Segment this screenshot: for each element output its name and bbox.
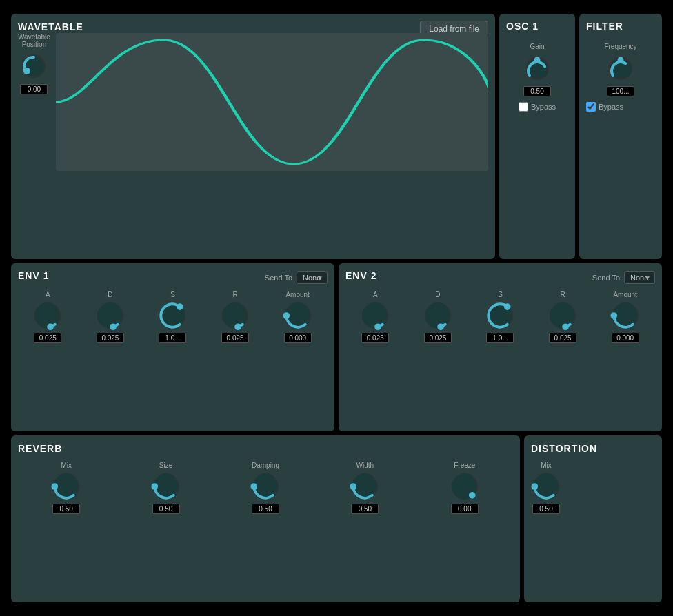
env2-title: ENV 2 bbox=[345, 270, 376, 281]
env2-value-3[interactable]: 0.025 bbox=[549, 333, 576, 343]
distortion-knob-0[interactable] bbox=[531, 471, 561, 502]
reverb-label-1: Size bbox=[159, 462, 172, 469]
filter-title: FILTER bbox=[586, 21, 655, 32]
reverb-value-2[interactable]: 0.50 bbox=[252, 504, 279, 514]
reverb-label-2: Damping bbox=[252, 462, 279, 469]
waveform-svg bbox=[56, 33, 488, 171]
env1-value-2[interactable]: 1.0... bbox=[159, 333, 186, 343]
osc1-bypass-label: Bypass bbox=[531, 103, 556, 111]
env1-knob-2[interactable] bbox=[157, 300, 188, 331]
filter-bypass-row: Bypass bbox=[586, 102, 623, 112]
svg-point-28 bbox=[52, 483, 59, 490]
filter-content: Frequency 100... Bypass bbox=[586, 43, 655, 112]
svg-point-38 bbox=[531, 483, 538, 490]
filter-bypass-checkbox[interactable] bbox=[586, 102, 596, 112]
filter-freq-knob[interactable] bbox=[605, 53, 636, 83]
env2-label-2: S bbox=[498, 291, 503, 298]
svg-point-6 bbox=[618, 57, 624, 63]
env1-send-dropdown[interactable]: None bbox=[297, 271, 328, 284]
svg-point-10 bbox=[110, 323, 117, 330]
env1-value-4[interactable]: 0.000 bbox=[284, 333, 312, 343]
env2-knob-group-4: Amount 0.000 bbox=[610, 291, 641, 343]
reverb-knob-group-2: Damping 0.50 bbox=[250, 462, 281, 514]
env2-send-label: Send To bbox=[592, 274, 620, 282]
env1-knob-3[interactable] bbox=[220, 300, 250, 331]
waveform-display bbox=[56, 33, 488, 171]
reverb-knob-1[interactable] bbox=[151, 471, 181, 502]
svg-point-34 bbox=[350, 483, 357, 490]
filter-bypass-label: Bypass bbox=[599, 103, 623, 111]
osc1-bypass-checkbox[interactable] bbox=[519, 102, 528, 112]
svg-point-36 bbox=[469, 492, 476, 499]
filter-freq-label: Frequency bbox=[604, 43, 636, 50]
wavetable-title: WAVETABLE bbox=[18, 21, 83, 32]
reverb-value-3[interactable]: 0.50 bbox=[351, 504, 379, 514]
reverb-value-1[interactable]: 0.50 bbox=[152, 504, 180, 514]
env2-label-0: A bbox=[373, 291, 378, 298]
reverb-label-4: Freeze bbox=[454, 462, 475, 469]
svg-point-32 bbox=[250, 483, 257, 490]
env1-title: ENV 1 bbox=[18, 270, 49, 281]
svg-point-30 bbox=[151, 483, 158, 490]
reverb-value-0[interactable]: 0.50 bbox=[52, 504, 80, 514]
reverb-knob-group-0: Mix 0.50 bbox=[51, 462, 81, 514]
env2-dropdown-wrapper: None ▼ bbox=[624, 271, 655, 284]
wavetable-position-knob[interactable] bbox=[19, 51, 49, 81]
env1-knob-0[interactable] bbox=[32, 300, 63, 331]
env1-label-4: Amount bbox=[285, 291, 309, 298]
env2-knobs: A 0.025D 0.025S 1.0...R 0.025Amount 0.00… bbox=[345, 291, 655, 343]
env2-knob-group-1: D 0.025 bbox=[423, 291, 453, 343]
svg-point-1 bbox=[23, 68, 30, 74]
reverb-knob-0[interactable] bbox=[51, 471, 81, 502]
env1-label-1: D bbox=[108, 291, 112, 298]
env1-label-0: A bbox=[46, 291, 50, 298]
env2-send-dropdown[interactable]: None bbox=[624, 271, 655, 284]
env2-label-3: R bbox=[560, 291, 565, 298]
wavetable-position-value[interactable]: 0.00 bbox=[20, 84, 48, 94]
env2-knob-group-0: A 0.025 bbox=[360, 291, 390, 343]
env2-knob-4[interactable] bbox=[610, 300, 641, 331]
env2-panel: ENV 2 Send To None ▼ A 0.025D 0.025S bbox=[339, 263, 662, 431]
reverb-knob-2[interactable] bbox=[250, 471, 281, 502]
osc1-gain-knob[interactable] bbox=[522, 53, 552, 83]
env2-knob-1[interactable] bbox=[423, 300, 453, 331]
svg-point-26 bbox=[610, 312, 617, 319]
osc1-bypass-row: Bypass bbox=[519, 102, 556, 112]
env1-knob-group-0: A 0.025 bbox=[32, 291, 63, 343]
env2-value-1[interactable]: 0.025 bbox=[424, 333, 452, 343]
env2-value-0[interactable]: 0.025 bbox=[361, 333, 389, 343]
reverb-knob-3[interactable] bbox=[350, 471, 380, 502]
distortion-label-0: Mix bbox=[541, 462, 552, 469]
reverb-knob-group-1: Size 0.50 bbox=[151, 462, 181, 514]
reverb-value-4[interactable]: 0.00 bbox=[451, 504, 479, 514]
svg-point-22 bbox=[504, 303, 511, 310]
env1-knob-group-2: S 1.0... bbox=[157, 291, 188, 343]
env1-knob-4[interactable] bbox=[283, 300, 313, 331]
filter-freq-value[interactable]: 100... bbox=[607, 86, 634, 96]
env2-value-4[interactable]: 0.000 bbox=[612, 333, 639, 343]
reverb-knob-4[interactable] bbox=[450, 471, 480, 502]
reverb-label-0: Mix bbox=[61, 462, 72, 469]
wavetable-panel: WAVETABLE Load from file Wavetable Posit… bbox=[11, 14, 495, 259]
env1-value-3[interactable]: 0.025 bbox=[221, 333, 249, 343]
osc1-panel: OSC 1 Gain 0.50 Bypass bbox=[499, 14, 575, 259]
env2-knob-2[interactable] bbox=[485, 300, 515, 331]
env1-value-0[interactable]: 0.025 bbox=[34, 333, 61, 343]
distortion-knobs: Mix 0.50 bbox=[531, 462, 655, 514]
svg-point-4 bbox=[534, 57, 540, 63]
env1-value-1[interactable]: 0.025 bbox=[97, 333, 124, 343]
osc1-gain-value[interactable]: 0.50 bbox=[523, 86, 551, 96]
env1-panel: ENV 1 Send To None ▼ A 0.025D 0.025S bbox=[11, 263, 334, 431]
env1-send-label: Send To bbox=[265, 274, 292, 282]
env1-header: ENV 1 Send To None ▼ bbox=[18, 270, 328, 285]
env2-value-2[interactable]: 1.0... bbox=[486, 333, 514, 343]
env1-knob-group-4: Amount 0.000 bbox=[283, 291, 313, 343]
env2-header: ENV 2 Send To None ▼ bbox=[345, 270, 655, 285]
env-row: ENV 1 Send To None ▼ A 0.025D 0.025S bbox=[11, 263, 662, 431]
svg-point-8 bbox=[48, 323, 54, 330]
env2-knob-3[interactable] bbox=[548, 300, 578, 331]
distortion-value-0[interactable]: 0.50 bbox=[532, 504, 560, 514]
env1-knob-1[interactable] bbox=[95, 300, 125, 331]
env2-knob-0[interactable] bbox=[360, 300, 390, 331]
env2-knob-group-2: S 1.0... bbox=[485, 291, 515, 343]
